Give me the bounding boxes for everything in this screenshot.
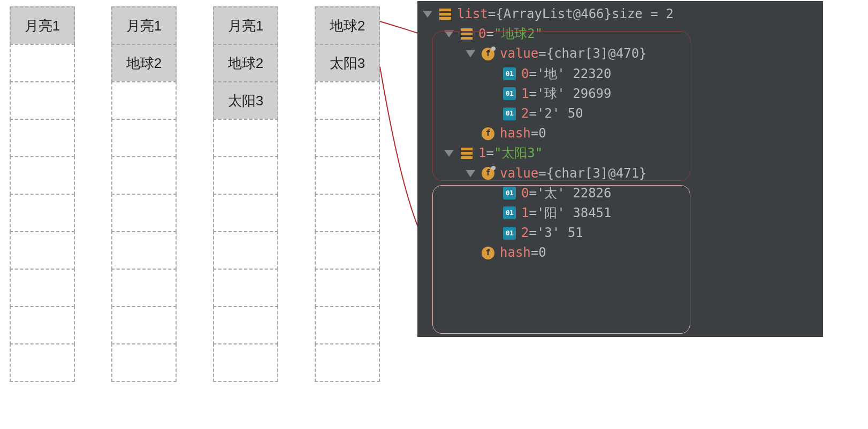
field-icon: f: [482, 127, 494, 140]
expand-icon[interactable]: [466, 50, 475, 57]
array-cell: [213, 269, 278, 307]
array-cell: [315, 343, 380, 382]
array-cell: 太阳3: [315, 44, 380, 82]
array-cell: [315, 194, 380, 232]
array-cell: [213, 306, 278, 344]
array-cell: [213, 194, 278, 232]
array-column-2: 月亮1地球2太阳3: [213, 6, 278, 382]
array-cell: [213, 156, 278, 195]
list-icon: [460, 28, 473, 41]
tree-row-entry-1[interactable]: 1 = "太阳3": [423, 143, 818, 163]
int-icon: 01: [503, 206, 516, 219]
list-icon: [439, 8, 452, 21]
array-cell: [10, 81, 75, 120]
array-cell: [10, 194, 75, 232]
array-cell: [10, 269, 75, 307]
debugger-panel: list = {ArrayList@466} size = 2 0 = "地球2…: [417, 1, 823, 337]
array-cell: 地球2: [315, 6, 380, 45]
int-icon: 01: [503, 87, 516, 100]
array-cell: [10, 156, 75, 195]
array-cell: 月亮1: [10, 6, 75, 45]
array-cell: [111, 306, 177, 344]
array-cell: [111, 343, 177, 382]
int-icon: 01: [503, 67, 516, 80]
array-columns: 月亮1月亮1地球2月亮1地球2太阳3地球2太阳3: [10, 6, 380, 382]
array-cell: [315, 156, 380, 195]
array-cell: 月亮1: [213, 6, 278, 45]
array-cell: [10, 44, 75, 82]
array-column-0: 月亮1: [10, 6, 75, 382]
tree-row-hash-0[interactable]: f hash = 0: [423, 124, 818, 143]
array-cell: [111, 81, 177, 120]
array-cell: 太阳3: [213, 81, 278, 120]
expand-icon[interactable]: [444, 30, 454, 37]
array-cell: [111, 269, 177, 307]
expand-icon[interactable]: [444, 150, 454, 157]
array-cell: [111, 156, 177, 195]
array-cell: [315, 81, 380, 120]
array-cell: [213, 231, 278, 270]
array-cell: [10, 119, 75, 157]
var-name: list: [457, 4, 488, 24]
tree-row-root[interactable]: list = {ArrayList@466} size = 2: [423, 4, 818, 24]
array-cell: [111, 194, 177, 232]
array-cell: 月亮1: [111, 6, 177, 45]
tree-row-char[interactable]: 01 2 = '2' 50: [423, 104, 818, 124]
tree-row-char[interactable]: 01 0 = '太' 22826: [423, 183, 818, 203]
array-cell: [315, 306, 380, 344]
array-cell: [111, 231, 177, 270]
tree-row-value-1[interactable]: f value = {char[3]@471}: [423, 164, 818, 183]
array-cell: 地球2: [213, 44, 278, 82]
array-cell: 地球2: [111, 44, 177, 82]
expand-icon[interactable]: [466, 170, 475, 177]
tree-row-char[interactable]: 01 0 = '地' 22320: [423, 64, 818, 84]
array-cell: [10, 306, 75, 344]
array-cell: [10, 343, 75, 382]
tree-row-char[interactable]: 01 1 = '球' 29699: [423, 84, 818, 104]
int-icon: 01: [503, 227, 516, 240]
array-column-3: 地球2太阳3: [315, 6, 380, 382]
expand-icon[interactable]: [423, 11, 432, 18]
array-cell: [10, 231, 75, 270]
array-cell: [315, 119, 380, 157]
field-icon: f: [482, 247, 494, 259]
list-icon: [460, 147, 473, 160]
int-icon: 01: [503, 187, 516, 200]
int-icon: 01: [503, 108, 516, 120]
array-cell: [213, 343, 278, 382]
array-column-1: 月亮1地球2: [111, 6, 177, 382]
tree-row-value-0[interactable]: f value = {char[3]@470}: [423, 44, 818, 64]
array-cell: [315, 231, 380, 270]
tree-row-hash-1[interactable]: f hash = 0: [423, 243, 818, 263]
tree-row-char[interactable]: 01 2 = '3' 51: [423, 223, 818, 243]
field-icon: f: [482, 167, 494, 180]
array-cell: [315, 269, 380, 307]
field-icon: f: [482, 48, 494, 60]
array-cell: [213, 119, 278, 157]
tree-row-entry-0[interactable]: 0 = "地球2": [423, 24, 818, 44]
tree-row-char[interactable]: 01 1 = '阳' 38451: [423, 203, 818, 223]
array-cell: [111, 119, 177, 157]
